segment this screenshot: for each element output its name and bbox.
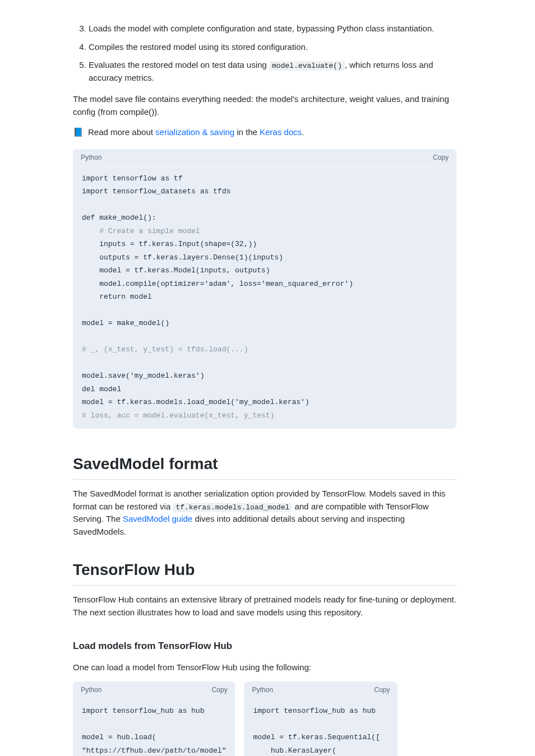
codeblock-loading: Python Copy import tensorflow as tfimpor… [73, 149, 456, 429]
intro-steps-list: Loads the model with complete configurat… [73, 22, 456, 84]
subsection-load-tfhub: Load models from TensorFlow Hub [73, 639, 456, 653]
tfhub-paragraph-1: TensorFlow Hub contains an extensive lib… [73, 593, 456, 619]
code-body: import tensorflow_hub as hub model = hub… [73, 698, 235, 756]
code-lang-label: Python [81, 152, 102, 163]
tfhub-paragraph-2: One can load a model from TensorFlow Hub… [73, 661, 456, 674]
step-5: Evaluates the restored model on test dat… [89, 59, 456, 84]
step-5-pre: Evaluates the restored model on test dat… [89, 60, 269, 69]
section-savedmodel-title: SavedModel format [73, 452, 456, 480]
savedmodel-paragraph: The SavedModel format is another seriali… [73, 488, 456, 538]
codeblock-hub-keraslayer: Python Copy import tensorflow_hub as hub… [244, 681, 398, 756]
note-text: Read more about serialization & saving i… [88, 126, 304, 139]
step-5-code: model.evaluate() [269, 61, 345, 71]
copy-button[interactable]: Copy [433, 152, 449, 163]
section-tfhub-title: TensorFlow Hub [73, 558, 456, 586]
note-link-serialization[interactable]: serialization & saving [155, 127, 234, 137]
note-mid: in the [234, 127, 260, 137]
code-lang-label: Python [252, 685, 273, 695]
step-4: Compiles the restored model using its st… [89, 41, 456, 54]
paragraph-after-steps: The model save file contains everything … [73, 93, 456, 118]
note-link-keras-docs[interactable]: Keras docs [260, 127, 302, 137]
code-body: import tensorflow_hub as hub model = tf.… [244, 698, 398, 756]
code-body: import tensorflow as tfimport tensorflow… [73, 166, 456, 429]
code-lang-label: Python [81, 685, 102, 695]
codeblock-hub-load: Python Copy import tensorflow_hub as hub… [73, 681, 235, 756]
note-post: . [302, 127, 304, 137]
note-block: 📘 Read more about serialization & saving… [73, 126, 456, 139]
copy-button[interactable]: Copy [374, 685, 390, 695]
copy-button[interactable]: Copy [211, 685, 227, 695]
note-pre: Read more about [88, 127, 155, 137]
sm-p1-code: tf.keras.models.load_model [173, 503, 292, 512]
two-column-codeblocks: Python Copy import tensorflow_hub as hub… [73, 681, 456, 756]
savedmodel-guide-link[interactable]: SavedModel guide [123, 514, 192, 523]
book-icon: 📘 [73, 126, 84, 139]
step-3: Loads the model with complete configurat… [89, 22, 456, 35]
